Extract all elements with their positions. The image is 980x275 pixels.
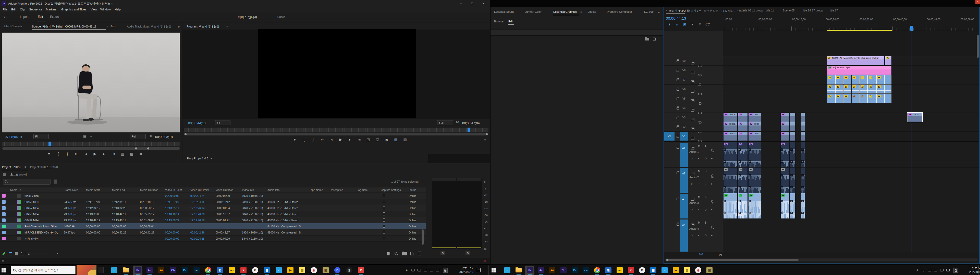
step-forward-button[interactable]: ▸ bbox=[101, 152, 107, 157]
solo-button-left[interactable]: S bbox=[440, 251, 445, 255]
menu-item-sequence[interactable]: Sequence bbox=[29, 8, 42, 11]
column-header-video-in-point[interactable]: Video In Point bbox=[165, 188, 182, 191]
clip-video[interactable]: fx bbox=[738, 122, 748, 131]
clip-audio[interactable]: fxLR bbox=[780, 168, 790, 193]
ime-indicator[interactable]: 한 bbox=[443, 268, 448, 273]
program-playhead[interactable] bbox=[468, 128, 470, 132]
fx-badge[interactable]: fx bbox=[877, 76, 881, 79]
taskbar-app-hancom-hwp[interactable]: 한 bbox=[215, 266, 224, 275]
zoom-handle-left[interactable] bbox=[135, 147, 137, 150]
writable-indicator-icon[interactable] bbox=[2, 252, 5, 256]
column-header-video-out-point[interactable]: Video Out Point bbox=[190, 188, 209, 191]
start-button[interactable] bbox=[492, 268, 496, 272]
play-button[interactable]: ▶ bbox=[338, 138, 344, 142]
fx-badge[interactable]: fx bbox=[739, 132, 742, 135]
fx-badge[interactable]: fx bbox=[861, 85, 864, 88]
capture-settings-checkbox[interactable] bbox=[383, 200, 385, 203]
taskbar-app-gom-player[interactable]: G bbox=[251, 266, 260, 275]
fx-badge[interactable]: fx bbox=[844, 76, 848, 79]
table-vscrollbar[interactable] bbox=[422, 229, 424, 245]
capture-settings-checkbox[interactable] bbox=[383, 231, 385, 234]
drag-audio-icon[interactable]: ≈ bbox=[90, 134, 92, 138]
clip-mini[interactable]: fx bbox=[860, 75, 868, 84]
track-header-v9[interactable]: V9 bbox=[664, 56, 723, 65]
clip-audio[interactable]: fxLR bbox=[738, 168, 748, 193]
fx-badge[interactable]: fx bbox=[749, 113, 752, 116]
fx-badge[interactable]: fx bbox=[781, 122, 785, 125]
fx-badge[interactable]: fx bbox=[749, 194, 752, 197]
fx-badge[interactable]: fx bbox=[781, 113, 785, 116]
target-track-icon[interactable] bbox=[691, 198, 694, 201]
fx-badge[interactable]: fx bbox=[853, 95, 856, 98]
task-view-button[interactable] bbox=[98, 267, 103, 273]
clip-audio[interactable]: fxLR bbox=[748, 193, 761, 218]
track-name-a1[interactable]: A1 bbox=[679, 142, 688, 167]
taskbar-app-hancom-hwp[interactable]: 한 bbox=[604, 266, 613, 275]
clip-vhs-glitch[interactable]: fx bbox=[885, 56, 892, 65]
linked-selection-toggle[interactable]: ▣ bbox=[682, 23, 688, 27]
track-header-a2[interactable]: A2MSAudio 2◇◂◇▸ bbox=[664, 167, 723, 193]
automate-to-sequence-button[interactable] bbox=[387, 252, 390, 255]
program-zoom-select[interactable]: Fit▾ bbox=[215, 120, 231, 125]
label-color-swatch[interactable] bbox=[2, 231, 6, 234]
clip-audio[interactable]: fxLR bbox=[780, 193, 790, 218]
panel-menu-icon[interactable]: ≡ bbox=[24, 165, 26, 168]
tab-ez-subt[interactable]: EZ Subt bbox=[644, 10, 654, 13]
fx-badge[interactable]: fx bbox=[724, 113, 728, 116]
taskbar-search-box[interactable] bbox=[11, 266, 76, 274]
clip-mini[interactable]: fx bbox=[852, 75, 859, 84]
panel-menu-icon[interactable]: ≡ bbox=[682, 9, 684, 12]
playhead-line[interactable] bbox=[912, 31, 912, 253]
taskbar-app-file-explorer[interactable] bbox=[514, 266, 523, 275]
show-desktop-button[interactable] bbox=[978, 265, 980, 275]
source-playhead[interactable] bbox=[48, 142, 51, 146]
fx-badge[interactable]: fx bbox=[749, 168, 752, 171]
play-button[interactable]: ▶ bbox=[92, 152, 98, 157]
search-filter-button[interactable] bbox=[54, 180, 57, 183]
lock-icon[interactable] bbox=[676, 107, 679, 109]
fx-badge[interactable]: fx bbox=[781, 194, 785, 197]
clip-mini[interactable] bbox=[884, 75, 891, 84]
fx-badge[interactable]: fx bbox=[724, 132, 728, 135]
mark-in-button[interactable]: { bbox=[55, 152, 61, 157]
clip-mini[interactable]: fx bbox=[877, 94, 884, 103]
tray-volume-icon[interactable] bbox=[430, 269, 433, 272]
table-row[interactable]: Black Video00:00:00:0000:00:04:2400:00:0… bbox=[0, 193, 426, 199]
taskbar-app-hometax[interactable]: TAX bbox=[227, 266, 236, 275]
taskbar-app-edge[interactable]: e bbox=[503, 266, 512, 275]
track-name-v5[interactable]: V5 bbox=[679, 95, 688, 103]
keyframe-next-icon[interactable]: ▸ bbox=[711, 234, 713, 237]
taskbar-app-chrome[interactable] bbox=[593, 266, 602, 275]
tab-program[interactable]: Program: 백승기 무대영상 bbox=[186, 25, 219, 28]
clip-audio[interactable]: fxLR bbox=[723, 168, 738, 193]
menu-item-clip[interactable]: Clip bbox=[20, 8, 25, 11]
fx-badge[interactable]: fx bbox=[869, 76, 872, 79]
keyframe-next-icon[interactable]: ▸ bbox=[711, 182, 713, 185]
keyframe-diamond-icon[interactable]: ◇ bbox=[691, 182, 693, 185]
fx-badge[interactable]: fx bbox=[869, 85, 872, 88]
hscroll-thumb[interactable] bbox=[666, 259, 799, 261]
taskbar-app-character-animator[interactable]: Ch bbox=[169, 266, 178, 275]
taskbar-app-media-player[interactable]: ▶ bbox=[671, 266, 680, 275]
track-header-a1[interactable]: A1MSAudio 1◇◂◇▸ bbox=[664, 142, 723, 167]
keyframe-prev-icon[interactable]: ◂ bbox=[698, 157, 699, 160]
project-search-box[interactable] bbox=[3, 179, 51, 185]
clip-mini[interactable]: fx bbox=[877, 85, 884, 93]
clip-audio[interactable]: fxLR bbox=[780, 142, 790, 167]
fx-badge[interactable]: fx bbox=[739, 122, 742, 125]
zoom-handle-right[interactable] bbox=[486, 133, 488, 135]
source-patch-v1[interactable]: V1 bbox=[664, 132, 675, 141]
lock-icon[interactable] bbox=[676, 126, 679, 128]
snap-toggle[interactable]: ∩ bbox=[674, 23, 680, 27]
tab-text[interactable]: Text bbox=[110, 25, 116, 28]
fx-badge[interactable]: fx bbox=[828, 76, 832, 79]
target-track-icon[interactable] bbox=[691, 118, 694, 121]
lock-icon[interactable] bbox=[676, 198, 679, 200]
clip-mini[interactable]: fx bbox=[827, 75, 835, 84]
clip-mini[interactable]: fx bbox=[877, 75, 884, 84]
step-back-button[interactable]: ◂ bbox=[83, 152, 89, 157]
taskbar-app-your-phone[interactable]: ▦ bbox=[262, 266, 272, 275]
fx-badge[interactable]: fx bbox=[781, 132, 785, 135]
clip-audio[interactable]: fxLR bbox=[723, 193, 738, 218]
clip-mini[interactable]: fx bbox=[860, 85, 868, 93]
